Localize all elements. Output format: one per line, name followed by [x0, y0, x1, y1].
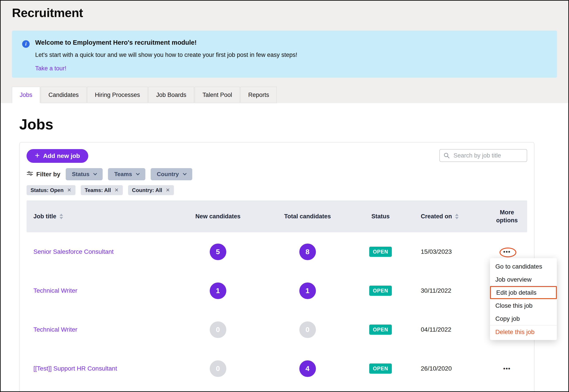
- welcome-banner: i Welcome to Employment Hero's recruitme…: [12, 30, 557, 78]
- total-candidates-count: 4: [299, 360, 316, 377]
- chip-status-open[interactable]: Status: Open ✕: [27, 185, 75, 195]
- table-header: Job title New candidates Total candidate…: [27, 200, 527, 232]
- add-new-job-button[interactable]: + Add new job: [27, 149, 88, 163]
- status-badge: OPEN: [369, 286, 392, 296]
- sort-icon[interactable]: [455, 214, 458, 219]
- page-title: Recruitment: [12, 1, 557, 20]
- close-icon[interactable]: ✕: [114, 187, 119, 193]
- chevron-down-icon: [136, 172, 139, 175]
- new-candidates-count: 5: [210, 244, 226, 260]
- search-input[interactable]: [439, 149, 527, 162]
- total-candidates-count: 0: [299, 322, 316, 338]
- recruitment-page: Recruitment i Welcome to Employment Hero…: [0, 0, 569, 392]
- status-badge: OPEN: [369, 364, 392, 374]
- column-status: Status: [358, 213, 403, 220]
- card-toolbar: + Add new job: [27, 149, 527, 163]
- table-row: Senior Salesforce Consultant 5 8 OPEN 15…: [27, 232, 527, 271]
- banner-body: Let's start with a quick tour and we wil…: [35, 52, 548, 58]
- menu-item-job-overview[interactable]: Job overview: [490, 273, 557, 286]
- more-options-icon[interactable]: •••: [487, 248, 527, 255]
- banner-title: Welcome to Employment Hero's recruitment…: [35, 39, 548, 46]
- column-new-candidates: New candidates: [179, 213, 257, 220]
- tab-reports[interactable]: Reports: [240, 87, 277, 103]
- chip-country-all[interactable]: Country: All ✕: [128, 185, 174, 195]
- column-more-options: More options: [487, 208, 527, 224]
- add-new-job-label: Add new job: [43, 153, 80, 159]
- jobs-heading: Jobs: [19, 103, 550, 133]
- new-candidates-count: 1: [210, 282, 226, 299]
- menu-item-copy-job[interactable]: Copy job: [490, 312, 557, 325]
- filter-by-label: Filter by: [27, 170, 60, 178]
- close-icon[interactable]: ✕: [166, 187, 170, 193]
- search-icon: [443, 152, 450, 160]
- info-icon: i: [22, 40, 30, 48]
- job-title-link[interactable]: Technical Writer: [27, 287, 179, 294]
- tab-talent-pool[interactable]: Talent Pool: [195, 87, 240, 103]
- created-on-date: 30/11/2022: [403, 287, 487, 294]
- tab-jobs[interactable]: Jobs: [12, 87, 40, 103]
- filter-icon: [27, 170, 33, 178]
- table-row: Technical Writer 1 1 OPEN 30/11/2022 •••: [27, 271, 527, 310]
- top-section: Recruitment i Welcome to Employment Hero…: [1, 1, 568, 103]
- chevron-down-icon: [183, 172, 186, 175]
- total-candidates-count: 8: [299, 244, 316, 260]
- status-badge: OPEN: [369, 324, 392, 335]
- new-candidates-count: 0: [210, 322, 226, 338]
- job-title-link[interactable]: Senior Salesforce Consultant: [27, 248, 179, 255]
- total-candidates-count: 1: [299, 282, 316, 299]
- sort-icon[interactable]: [59, 214, 63, 219]
- menu-item-go-to-candidates[interactable]: Go to candidates: [490, 260, 557, 273]
- jobs-card: + Add new job Filter by: [19, 142, 534, 392]
- status-badge: OPEN: [369, 247, 392, 257]
- filter-dropdown-status[interactable]: Status: [66, 168, 103, 180]
- column-job-title: Job title: [27, 213, 179, 220]
- chip-teams-all[interactable]: Teams: All ✕: [81, 185, 123, 195]
- filter-dropdown-teams[interactable]: Teams: [108, 168, 145, 180]
- close-icon[interactable]: ✕: [67, 187, 71, 193]
- tab-bar: Jobs Candidates Hiring Processes Job Boa…: [12, 87, 557, 103]
- created-on-date: 15/03/2023: [403, 248, 487, 255]
- tab-job-boards[interactable]: Job Boards: [148, 87, 194, 103]
- created-on-date: 26/10/2020: [403, 365, 487, 372]
- created-on-date: 04/11/2022: [403, 326, 487, 333]
- column-created-on: Created on: [403, 213, 487, 220]
- column-total-candidates: Total candidates: [257, 213, 358, 220]
- content-area: Jobs + Add new job: [1, 103, 568, 392]
- take-tour-link[interactable]: Take a tour!: [35, 65, 66, 72]
- tab-candidates[interactable]: Candidates: [41, 87, 86, 103]
- chevron-down-icon: [93, 172, 97, 175]
- table-row: [[Test]] Support HR Consultant 0 4 OPEN …: [27, 349, 527, 388]
- table-row: Technical Writer 0 0 OPEN 04/11/2022 •••: [27, 310, 527, 349]
- tab-hiring-processes[interactable]: Hiring Processes: [87, 87, 148, 103]
- more-options-icon[interactable]: •••: [487, 365, 527, 372]
- active-filter-chips: Status: Open ✕ Teams: All ✕ Country: All…: [27, 185, 527, 195]
- menu-item-delete-this-job[interactable]: Delete this job: [490, 325, 557, 338]
- new-candidates-count: 0: [210, 360, 226, 377]
- row-actions-menu: Go to candidates Job overview Edit job d…: [490, 258, 557, 340]
- search-box: [439, 149, 527, 162]
- filter-row: Filter by Status Teams Country: [27, 168, 527, 180]
- menu-item-close-this-job[interactable]: Close this job: [490, 299, 557, 312]
- job-title-link[interactable]: Technical Writer: [27, 326, 179, 333]
- job-title-link[interactable]: [[Test]] Support HR Consultant: [27, 365, 179, 372]
- menu-item-edit-job-details[interactable]: Edit job details: [490, 286, 557, 299]
- filter-dropdown-country[interactable]: Country: [151, 168, 192, 180]
